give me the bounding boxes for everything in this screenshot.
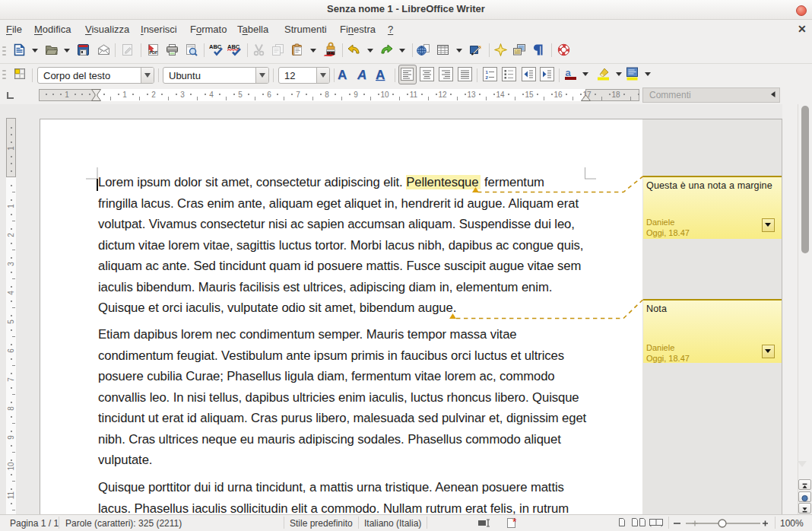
- svg-text:PDF: PDF: [149, 50, 158, 55]
- svg-text:1: 1: [486, 70, 489, 75]
- svg-text:a: a: [566, 67, 572, 78]
- svg-text:*: *: [512, 517, 517, 528]
- svg-text:2: 2: [486, 75, 489, 80]
